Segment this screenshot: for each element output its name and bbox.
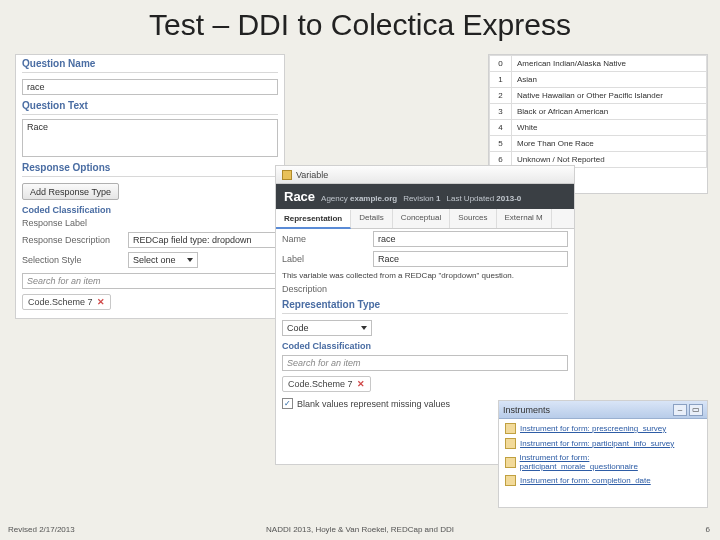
list-item[interactable]: Instrument for form: completion_date	[501, 473, 705, 488]
response-label-field: Response Label	[16, 216, 284, 230]
instrument-icon	[505, 457, 516, 468]
table-row: 0American Indian/Alaska Native	[490, 56, 707, 72]
slide-title: Test – DDI to Colectica Express	[0, 0, 720, 48]
variable-title: Race	[284, 189, 315, 204]
tab-conceptual[interactable]: Conceptual	[393, 209, 450, 228]
response-description-label: Response Description	[22, 235, 122, 245]
section-coded-classification-a: Coded Classification	[16, 202, 284, 216]
table-row: 3Black or African American	[490, 104, 707, 120]
chevron-down-icon	[187, 258, 193, 262]
list-item[interactable]: Instrument for form: participant_morale_…	[501, 451, 705, 473]
maximize-icon[interactable]: ▭	[689, 404, 703, 416]
description-label: Description	[282, 284, 367, 294]
question-name-input[interactable]: race	[22, 79, 278, 95]
codescheme-tag-c[interactable]: Code.Scheme 7✕	[282, 376, 371, 392]
variable-name-input[interactable]: race	[373, 231, 568, 247]
variable-header: Race Agency example.org Revision 1 Last …	[276, 184, 574, 209]
section-question-name: Question Name	[16, 55, 284, 70]
tab-sources[interactable]: Sources	[450, 209, 496, 228]
tab-bar: Representation Details Conceptual Source…	[276, 209, 574, 229]
tab-representation[interactable]: Representation	[276, 210, 351, 229]
instrument-icon	[505, 438, 516, 449]
search-input-c[interactable]: Search for an item	[282, 355, 568, 371]
table-row: 4White	[490, 120, 707, 136]
close-icon[interactable]: ✕	[97, 297, 105, 307]
variable-titlebar: Variable	[276, 166, 574, 184]
instruments-panel: Instruments – ▭ Instrument for form: pre…	[498, 400, 708, 508]
table-row: 1Asian	[490, 72, 707, 88]
footer-revised: Revised 2/17/2013	[8, 525, 75, 534]
section-response-options: Response Options	[16, 159, 284, 174]
question-editor-panel: Question Name race Question Text Race Re…	[15, 54, 285, 319]
tab-details[interactable]: Details	[351, 209, 392, 228]
instruments-titlebar: Instruments – ▭	[499, 401, 707, 419]
selection-style-label: Selection Style	[22, 255, 122, 265]
variable-label-input[interactable]: Race	[373, 251, 568, 267]
tab-external[interactable]: External M	[497, 209, 552, 228]
code-table: 0American Indian/Alaska Native 1Asian 2N…	[489, 55, 707, 168]
codescheme-tag-a[interactable]: Code.Scheme 7✕	[22, 294, 111, 310]
list-item[interactable]: Instrument for form: participant_info_su…	[501, 436, 705, 451]
close-icon[interactable]: ✕	[357, 379, 365, 389]
variable-icon	[282, 170, 292, 180]
instrument-icon	[505, 475, 516, 486]
name-label: Name	[282, 234, 367, 244]
section-rep-type: Representation Type	[276, 296, 574, 311]
search-input-a[interactable]: Search for an item	[22, 273, 278, 289]
blank-missing-checkbox[interactable]: ✓	[282, 398, 293, 409]
description-hint: This variable was collected from a REDCa…	[276, 269, 574, 282]
instrument-icon	[505, 423, 516, 434]
footer-page-number: 6	[706, 525, 710, 534]
footer-citation: NADDI 2013, Hoyle & Van Roekel, REDCap a…	[266, 525, 454, 534]
add-response-type-button[interactable]: Add Response Type	[22, 183, 119, 200]
chevron-down-icon	[361, 326, 367, 330]
label-label: Label	[282, 254, 367, 264]
minimize-icon[interactable]: –	[673, 404, 687, 416]
table-row: 5More Than One Race	[490, 136, 707, 152]
section-question-text: Question Text	[16, 97, 284, 112]
selection-style-select[interactable]: Select one	[128, 252, 198, 268]
table-row: 2Native Hawaiian or Other Pacific Island…	[490, 88, 707, 104]
question-text-input[interactable]: Race	[22, 119, 278, 157]
list-item[interactable]: Instrument for form: prescreening_survey	[501, 421, 705, 436]
response-description-input[interactable]: REDCap field type: dropdown	[128, 232, 278, 248]
rep-type-select[interactable]: Code	[282, 320, 372, 336]
blank-missing-label: Blank values represent missing values	[297, 399, 450, 409]
section-coded-classification-c: Coded Classification	[276, 338, 574, 352]
